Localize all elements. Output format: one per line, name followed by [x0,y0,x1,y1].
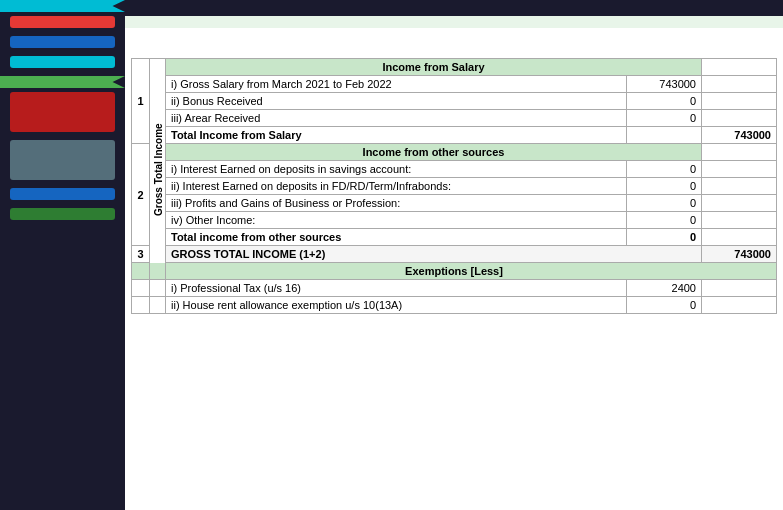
sidebar [0,0,125,510]
salary-item-label: iii) Arear Received [166,110,627,127]
hra-output-button[interactable] [10,208,115,220]
main-content: 1Gross Total IncomeIncome from Salaryi) … [125,0,783,510]
salary-entry-button[interactable] [10,36,115,48]
other-item-label: i) Interest Earned on deposits in saving… [166,161,627,178]
salary-data-button[interactable] [10,188,115,200]
salary-total-col-empty [627,127,702,144]
other-total-amount: 0 [627,229,702,246]
salary-item-label: ii) Bonus Received [166,93,627,110]
computation-old-button[interactable] [10,92,115,132]
personal-data-button[interactable] [10,16,115,28]
other-item-label: iv) Other Income: [166,212,627,229]
exemptions-header: Exemptions [Less] [132,263,777,280]
other-total-label: Total income from other sources [166,229,627,246]
exemption-grand-empty [702,297,777,314]
exemption-grand-empty [702,280,777,297]
gross-total-amount: 743000 [702,246,777,263]
exemption-label: i) Professional Tax (u/s 16) [166,280,627,297]
hra-input-button[interactable] [10,56,115,68]
salary-item-amount: 0 [627,93,702,110]
grand-col-empty [702,229,777,246]
income-table: 1Gross Total IncomeIncome from Salaryi) … [131,58,777,314]
grand-col-empty [702,195,777,212]
input-label [0,0,125,12]
vertical-gross-label: Gross Total Income [150,59,166,280]
row-num-3: 3 [132,246,150,263]
other-item-label: ii) Interest Earned on deposits in FD/RD… [166,178,627,195]
exemption-amount: 0 [627,297,702,314]
row-num-2: 2 [132,144,150,246]
other-item-label: iii) Profits and Gains of Business or Pr… [166,195,627,212]
statement-header [125,28,783,46]
grand-col-empty [702,59,777,76]
computation-new-button[interactable] [10,140,115,180]
other-item-amount: 0 [627,178,702,195]
salary-grand-total: 743000 [702,127,777,144]
row-num-1: 1 [132,59,150,144]
salary-item-amount: 743000 [627,76,702,93]
grand-col-empty [702,93,777,110]
other-item-amount: 0 [627,161,702,178]
exemption-label: ii) House rent allowance exemption u/s 1… [166,297,627,314]
salary-item-label: i) Gross Salary from March 2021 to Feb 2… [166,76,627,93]
grand-col-empty [702,76,777,93]
other-item-amount: 0 [627,195,702,212]
info-bar [125,16,783,28]
grand-col-empty [702,212,777,229]
gross-total-label: GROSS TOTAL INCOME (1+2) [166,246,702,263]
exemption-num-empty [132,297,150,314]
grand-col-empty [702,110,777,127]
content-area: 1Gross Total IncomeIncome from Salaryi) … [125,28,783,510]
exemption-amount: 2400 [627,280,702,297]
salary-item-amount: 0 [627,110,702,127]
grand-col-empty [702,178,777,195]
exemption-num-empty [132,280,150,297]
page-header [125,0,783,16]
other-item-amount: 0 [627,212,702,229]
grand-col-empty [702,144,777,161]
other-section-header: Income from other sources [166,144,702,161]
grand-col-empty [702,161,777,178]
exemption-vert-empty [150,297,166,314]
salary-total-label: Total Income from Salary [166,127,627,144]
exemption-vert-empty [150,280,166,297]
output-label [0,76,125,88]
salary-section-header: Income from Salary [166,59,702,76]
